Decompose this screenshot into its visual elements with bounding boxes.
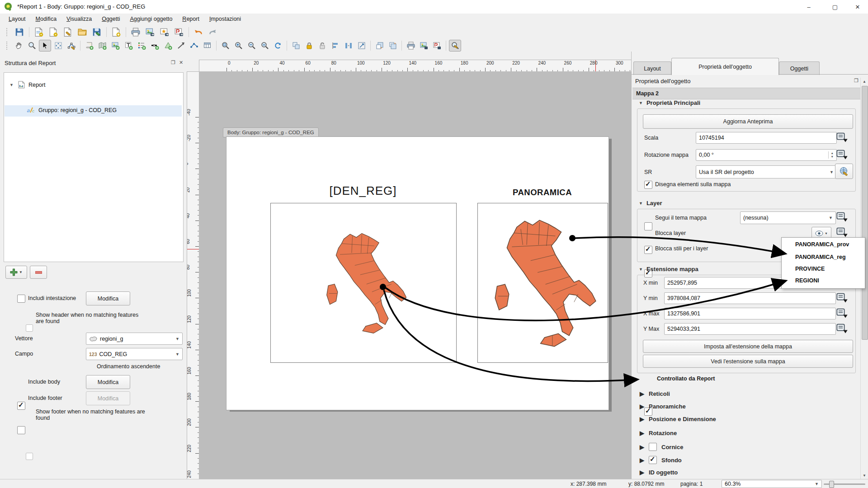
add-pages-button[interactable] [109, 25, 123, 39]
ymax-input[interactable]: 5294033,291 [664, 323, 836, 335]
add-map-button[interactable] [96, 40, 108, 52]
scroll-up-icon[interactable]: ▲ [861, 78, 868, 85]
draw-canvas-items-checkbox[interactable] [644, 181, 652, 189]
zoom-actual-button[interactable] [259, 40, 271, 52]
toolbar-grip[interactable] [6, 28, 9, 36]
tab-oggetti[interactable]: Oggetti [779, 61, 820, 75]
menu-impostazioni[interactable]: Impostazioni [204, 15, 246, 23]
include-body-checkbox[interactable] [17, 402, 25, 410]
tab-item-properties[interactable]: Proprietà dell'oggetto [671, 58, 779, 75]
edit-body-button[interactable]: Modifica [86, 375, 130, 389]
export-svg-button[interactable] [158, 25, 171, 39]
section-id-oggetto[interactable]: ▶ID oggetto [640, 469, 678, 476]
panel-float-icon[interactable]: ❐ [854, 78, 860, 84]
unlock-items-button[interactable] [316, 40, 328, 52]
menu-report[interactable]: Report [177, 15, 204, 23]
update-preview-button[interactable]: Aggiorna Anteprima [643, 114, 853, 129]
xmax-input[interactable]: 1327586,901 [664, 308, 836, 319]
section-main-properties[interactable]: ▼ Proprietà Principali [639, 99, 700, 106]
add-scalebar-button[interactable] [149, 40, 161, 52]
include-footer-checkbox[interactable] [17, 426, 25, 434]
ymin-input[interactable]: 3978084,087 [664, 292, 836, 304]
zoom-slider-handle[interactable] [829, 481, 834, 488]
add-table-button[interactable] [201, 40, 213, 52]
refresh-view-button[interactable] [272, 40, 284, 52]
data-defined-icon[interactable] [836, 308, 849, 319]
popup-item-panoramica-prov[interactable]: PANORAMICA_prov [795, 241, 849, 248]
tab-layout[interactable]: Layout [633, 61, 671, 75]
zoom-full-button[interactable] [219, 40, 231, 52]
data-defined-icon[interactable] [836, 132, 849, 143]
popup-item-province[interactable]: PROVINCE [795, 266, 825, 272]
panel-close-icon[interactable]: ✕ [179, 60, 185, 66]
spinner-buttons[interactable]: ▲▼ [828, 151, 834, 159]
show-footer-checkbox[interactable] [26, 453, 33, 460]
data-defined-icon[interactable] [836, 292, 849, 303]
menu-modifica[interactable]: Modifica [31, 15, 62, 23]
section-layer[interactable]: ▼ Layer [639, 200, 662, 206]
lock-layers-checkbox[interactable] [644, 246, 652, 254]
data-defined-icon[interactable] [836, 149, 849, 160]
undo-button[interactable] [192, 25, 205, 39]
new-report-button[interactable] [32, 25, 46, 39]
add-legend-button[interactable] [136, 40, 148, 52]
edit-footer-button[interactable]: Modifica [86, 391, 130, 405]
select-tool-button[interactable] [39, 40, 51, 52]
add-label-button[interactable] [123, 40, 135, 52]
print-atlas-button[interactable] [405, 40, 417, 52]
report-settings-button[interactable] [61, 25, 75, 39]
section-reticoli[interactable]: ▶Reticoli [640, 390, 670, 397]
crs-picker-button[interactable] [835, 164, 853, 179]
map2-frame[interactable] [477, 203, 608, 363]
resize-items-button[interactable] [355, 40, 368, 52]
lower-items-button[interactable] [387, 40, 399, 52]
section-rotazione[interactable]: ▶Rotazione [640, 430, 677, 436]
save-button[interactable] [13, 25, 26, 39]
export-atlas-pdf-button[interactable] [431, 40, 443, 52]
maximize-button[interactable]: ▢ [825, 0, 845, 14]
open-report-button[interactable] [75, 25, 89, 39]
add-shape-button[interactable] [162, 40, 174, 52]
section-sfondo[interactable]: ▶Sfondo [640, 456, 682, 464]
scrollbar-thumb[interactable] [862, 86, 868, 340]
zoom-level-select[interactable]: 60.3% ▼ [722, 480, 822, 488]
add-arrow-button[interactable] [175, 40, 187, 52]
save-as-template-button[interactable] [90, 25, 104, 39]
print-button[interactable] [129, 25, 142, 39]
map-theme-select[interactable]: (nessuna) ▼ [740, 211, 836, 224]
minimize-button[interactable]: – [798, 0, 819, 14]
export-pdf-button[interactable] [172, 25, 186, 39]
tree-item-group[interactable]: ac Gruppo: regioni_g - COD_REG [27, 107, 117, 114]
toolbar-grip[interactable] [6, 42, 9, 50]
menu-aggiungi-oggetto[interactable]: Aggiungi oggetto [125, 15, 178, 23]
vettore-select[interactable]: regioni_g ▼ [86, 333, 183, 345]
remove-section-button[interactable] [30, 266, 47, 279]
close-button[interactable]: ✕ [847, 0, 868, 14]
tree-expand-icon[interactable]: ▼ [9, 83, 14, 87]
raise-items-button[interactable] [373, 40, 386, 52]
include-header-checkbox[interactable] [17, 295, 25, 303]
redo-button[interactable] [206, 25, 220, 39]
set-map-extent-button[interactable]: Imposta all'estensione della mappa [643, 340, 853, 353]
tree-item-report[interactable]: ▼ Report [9, 81, 45, 89]
map2-title-label[interactable]: PANORAMICA [477, 188, 607, 197]
data-defined-icon[interactable] [836, 211, 849, 222]
export-atlas-image-button[interactable] [418, 40, 430, 52]
sfondo-checkbox[interactable] [649, 456, 657, 464]
show-header-checkbox[interactable] [26, 324, 33, 332]
map1-title-label[interactable]: [DEN_REG] [270, 184, 456, 198]
preview-mode-button[interactable] [449, 40, 461, 52]
export-image-button[interactable] [143, 25, 157, 39]
sr-select[interactable]: Usa il SR del progetto ▼ [696, 165, 837, 178]
scroll-down-icon[interactable]: ▼ [861, 472, 868, 479]
align-items-button[interactable] [329, 40, 341, 52]
add-node-item-button[interactable] [188, 40, 200, 52]
section-extent[interactable]: ▼ Estensione mappa [639, 266, 698, 272]
rotazione-input[interactable]: 0,00 ° ▲▼ [696, 149, 837, 161]
group-items-button[interactable] [290, 40, 302, 52]
scala-input[interactable]: 10745194 [696, 132, 837, 144]
map1-frame[interactable] [270, 203, 457, 363]
follow-map-theme-checkbox[interactable] [644, 222, 652, 230]
popup-item-panoramica-reg[interactable]: PANORAMICA_reg [795, 254, 846, 260]
distribute-items-button[interactable] [342, 40, 354, 52]
